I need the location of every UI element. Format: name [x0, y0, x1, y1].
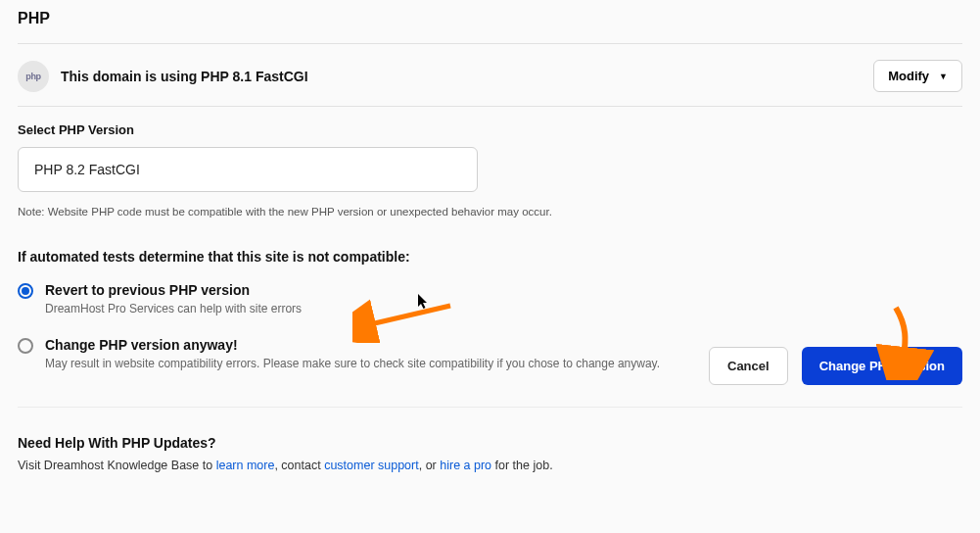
- learn-more-link[interactable]: learn more: [216, 459, 275, 472]
- help-suffix: for the job.: [491, 459, 553, 472]
- divider: [18, 43, 962, 44]
- change-php-version-button[interactable]: Change PHP Version: [802, 347, 962, 385]
- radio-sub-revert: DreamHost Pro Services can help with sit…: [45, 302, 302, 315]
- help-prefix: Visit Dreamhost Knowledge Base to: [18, 459, 216, 472]
- cancel-button[interactable]: Cancel: [709, 347, 788, 385]
- caret-down-icon: ▼: [939, 72, 948, 81]
- help-mid1: , contact: [274, 459, 324, 472]
- php-version-select[interactable]: PHP 8.2 FastCGI: [18, 147, 478, 192]
- php-status-row: php This domain is using PHP 8.1 FastCGI…: [18, 60, 962, 92]
- help-text: Visit Dreamhost Knowledge Base to learn …: [18, 459, 962, 472]
- php-icon: php: [18, 61, 49, 92]
- hire-a-pro-link[interactable]: hire a pro: [440, 459, 491, 472]
- section-title: PHP: [18, 10, 962, 27]
- help-mid2: , or: [419, 459, 441, 472]
- divider: [18, 407, 962, 408]
- help-heading: Need Help With PHP Updates?: [18, 435, 962, 451]
- modify-button[interactable]: Modify ▼: [873, 60, 962, 92]
- radio-label-anyway: Change PHP version anyway!: [45, 337, 660, 353]
- radio-sub-anyway: May result in website compatibility erro…: [45, 357, 660, 370]
- modify-button-label: Modify: [888, 69, 929, 83]
- compat-heading: If automated tests determine that this s…: [18, 249, 962, 265]
- php-glyph: php: [25, 72, 41, 81]
- radio-option-revert[interactable]: Revert to previous PHP version DreamHost…: [18, 282, 962, 315]
- divider: [18, 106, 962, 107]
- radio-label-revert: Revert to previous PHP version: [45, 282, 302, 298]
- select-php-label: Select PHP Version: [18, 122, 962, 137]
- php-status-text: This domain is using PHP 8.1 FastCGI: [61, 69, 873, 84]
- radio-input-revert[interactable]: [18, 283, 33, 299]
- radio-input-anyway[interactable]: [18, 338, 33, 354]
- customer-support-link[interactable]: customer support: [324, 459, 419, 472]
- php-version-note: Note: Website PHP code must be compatibl…: [18, 206, 962, 218]
